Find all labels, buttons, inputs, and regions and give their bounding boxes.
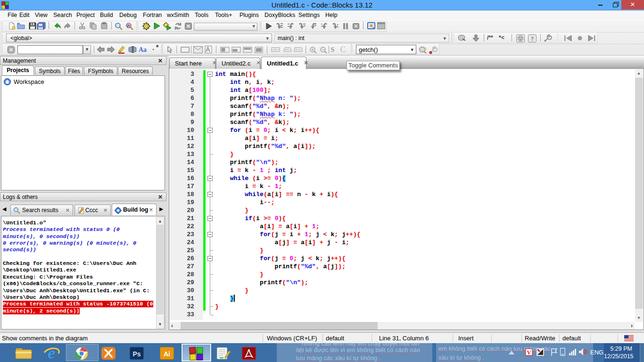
svg-text:V: V: [527, 349, 531, 356]
svg-text:Ps: Ps: [132, 350, 140, 358]
svg-text:Ai: Ai: [164, 350, 170, 358]
